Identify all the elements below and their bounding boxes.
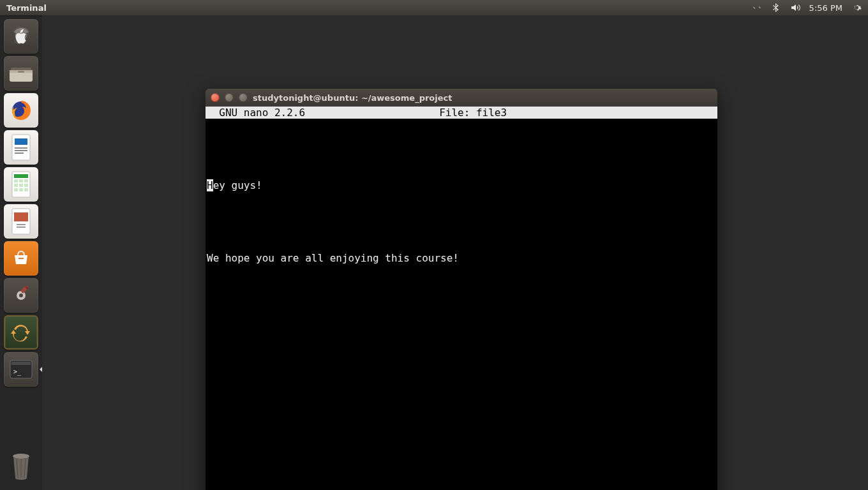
launcher: >_ bbox=[0, 15, 42, 490]
svg-rect-9 bbox=[15, 152, 24, 154]
editor-line: We hope you are all enjoying this course… bbox=[207, 252, 716, 264]
bluetooth-icon[interactable] bbox=[771, 3, 781, 13]
svg-rect-12 bbox=[14, 179, 18, 182]
window-title: studytonight@ubuntu: ~/awesome_project bbox=[253, 93, 453, 103]
nano-editor[interactable]: Hey guys! We hope you are all enjoying t… bbox=[206, 119, 717, 490]
settings-icon[interactable] bbox=[4, 278, 38, 313]
trash-icon[interactable] bbox=[4, 449, 38, 484]
terminal-icon[interactable]: >_ bbox=[4, 352, 38, 387]
dash-icon[interactable] bbox=[4, 19, 38, 54]
svg-rect-25 bbox=[19, 258, 24, 259]
impress-icon[interactable] bbox=[4, 204, 38, 239]
svg-rect-28 bbox=[11, 362, 31, 365]
system-indicators: 5:56 PM bbox=[752, 3, 868, 13]
window-maximize-button[interactable] bbox=[239, 93, 248, 102]
network-icon[interactable] bbox=[752, 3, 762, 13]
svg-rect-19 bbox=[19, 188, 23, 191]
svg-rect-3 bbox=[18, 71, 24, 73]
software-center-icon[interactable] bbox=[4, 241, 38, 276]
svg-rect-6 bbox=[15, 138, 27, 145]
window-close-button[interactable] bbox=[211, 93, 220, 102]
gear-icon[interactable] bbox=[851, 3, 862, 13]
svg-rect-23 bbox=[17, 224, 26, 225]
writer-icon[interactable] bbox=[4, 130, 38, 165]
editor-line bbox=[207, 216, 716, 228]
svg-rect-18 bbox=[14, 188, 18, 191]
svg-rect-8 bbox=[15, 150, 27, 151]
firefox-icon[interactable] bbox=[4, 93, 38, 128]
active-app-name: Terminal bbox=[0, 3, 47, 13]
cursor: H bbox=[207, 179, 213, 191]
window-minimize-button[interactable] bbox=[225, 93, 234, 102]
editor-blank-line bbox=[207, 143, 716, 155]
svg-rect-14 bbox=[24, 179, 28, 182]
nano-header: GNU nano 2.2.6File: file3 bbox=[206, 107, 717, 119]
svg-rect-13 bbox=[19, 179, 23, 182]
svg-rect-22 bbox=[14, 212, 28, 221]
terminal-window: studytonight@ubuntu: ~/awesome_project G… bbox=[206, 89, 717, 490]
files-icon[interactable] bbox=[4, 56, 38, 91]
updater-icon[interactable] bbox=[4, 315, 38, 350]
svg-text:>_: >_ bbox=[13, 368, 22, 376]
svg-rect-16 bbox=[19, 184, 23, 187]
svg-rect-24 bbox=[17, 226, 26, 228]
menu-bar: Terminal 5:56 PM bbox=[0, 0, 868, 15]
window-titlebar[interactable]: studytonight@ubuntu: ~/awesome_project bbox=[206, 89, 717, 107]
terminal-body[interactable]: GNU nano 2.2.6File: file3 Hey guys! We h… bbox=[206, 107, 717, 490]
svg-rect-17 bbox=[24, 184, 28, 187]
clock[interactable]: 5:56 PM bbox=[809, 3, 842, 13]
calc-icon[interactable] bbox=[4, 167, 38, 202]
svg-rect-20 bbox=[24, 188, 28, 191]
volume-icon[interactable] bbox=[790, 3, 800, 13]
editor-line: Hey guys! bbox=[207, 179, 716, 191]
desktop: studytonight@ubuntu: ~/awesome_project G… bbox=[42, 15, 868, 490]
svg-rect-11 bbox=[14, 174, 28, 178]
svg-rect-15 bbox=[14, 184, 18, 187]
svg-rect-7 bbox=[15, 147, 27, 149]
